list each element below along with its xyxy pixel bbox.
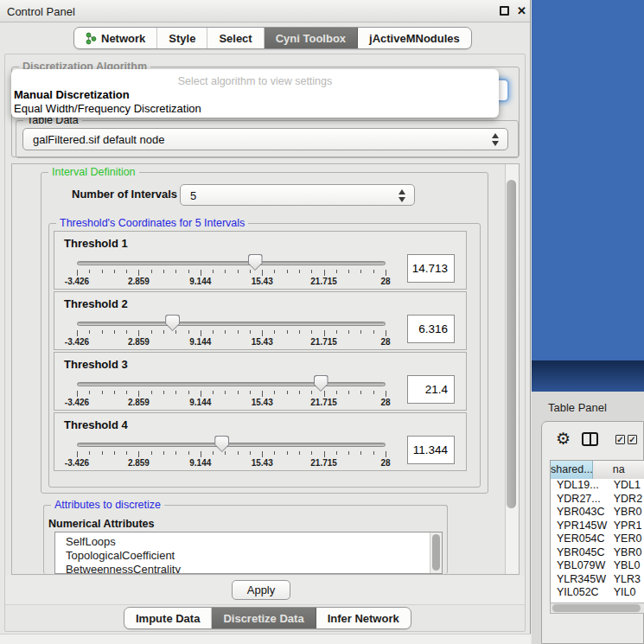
threshold-slider-track[interactable]	[77, 261, 386, 265]
tick-mark	[250, 270, 251, 273]
attribute-item-topologicalcoefficient[interactable]: TopologicalCoefficient	[55, 549, 442, 563]
table-row[interactable]: YBR043CYBR0	[551, 506, 644, 520]
threshold-slider-track[interactable]	[77, 382, 386, 386]
float-panel-icon[interactable]	[500, 6, 509, 16]
tick-mark	[225, 330, 226, 334]
table-cell[interactable]: YDL19...	[551, 479, 608, 493]
tick-mark	[373, 330, 374, 334]
tick-mark	[163, 330, 164, 334]
table-row[interactable]: YPR145WYPR1	[551, 520, 644, 533]
tick-mark	[274, 391, 275, 394]
apply-button[interactable]: Apply	[232, 580, 290, 600]
table-row[interactable]: YDR27...YDR2	[551, 493, 644, 507]
network-frame-bottom-edge	[532, 360, 644, 392]
table-cell[interactable]: YDR2	[608, 493, 644, 507]
attribute-item-betweennesscentrality[interactable]: BetweennessCentrality	[55, 563, 442, 574]
table-row[interactable]: YDL19...YDL1	[551, 479, 644, 493]
tab-network[interactable]: Network	[74, 28, 157, 48]
table-panel-title: Table Panel	[548, 401, 607, 414]
tick-mark	[213, 330, 214, 334]
table-cell[interactable]: YBL0	[608, 559, 644, 573]
tab-style[interactable]: Style	[157, 28, 207, 48]
table-cell[interactable]: YDR27...	[551, 493, 608, 507]
tick-mark	[373, 451, 374, 455]
tick-label: 2.859	[128, 458, 150, 468]
slider-ticks	[77, 450, 386, 458]
tick-mark	[138, 451, 139, 457]
algorithm-option-manual-discretization[interactable]: Manual Discretization	[14, 88, 130, 101]
interval-definition-group-label: Interval Definition	[48, 166, 139, 178]
table-cell[interactable]: YPR1	[608, 520, 644, 533]
table-cell[interactable]: YBR043C	[551, 506, 608, 520]
tick-mark	[102, 391, 103, 394]
table-horizontal-scrollbar[interactable]	[550, 603, 644, 614]
split-columns-icon[interactable]	[582, 432, 598, 446]
tick-mark	[126, 330, 127, 334]
tab-infer-network[interactable]: Infer Network	[316, 608, 411, 628]
tick-label: 9.144	[189, 398, 211, 407]
tick-mark	[311, 451, 312, 455]
spinner-stepper-icon[interactable]	[399, 188, 406, 203]
tick-mark	[213, 391, 214, 394]
tab-jactivemnodules[interactable]: jActiveMNodules	[358, 28, 471, 48]
table-cell[interactable]: YIL052C	[551, 586, 608, 600]
combobox-stepper-icon[interactable]	[492, 132, 500, 147]
table-cell[interactable]: YLR3	[608, 573, 644, 587]
table-cell[interactable]: YER054C	[551, 532, 608, 546]
tick-mark	[225, 391, 226, 394]
tab-label: Discretize Data	[223, 612, 303, 625]
checkbox-icon[interactable]: ✓	[628, 435, 637, 444]
table-data-combobox[interactable]: galFiltered.sif default node	[22, 128, 508, 150]
table-cell[interactable]: YBR0	[608, 546, 644, 560]
table-row[interactable]: YLR345WYLR3	[551, 573, 644, 587]
tick-mark	[114, 391, 115, 394]
table-cell[interactable]: YBR045C	[551, 546, 608, 560]
threshold-slider-track[interactable]	[77, 322, 386, 326]
tick-mark	[373, 391, 374, 394]
table-row[interactable]: YBL079WYBL0	[551, 559, 644, 573]
tick-label: 21.715	[310, 398, 337, 407]
threshold-value-field[interactable]: 21.4	[407, 375, 455, 404]
threshold-slider-track[interactable]	[77, 443, 386, 447]
table-cell[interactable]: YLR345W	[551, 573, 608, 587]
settings-scrollbar-thumb[interactable]	[507, 180, 516, 508]
scrollbar-thumb[interactable]	[432, 534, 440, 571]
tick-label: 15.43	[252, 277, 273, 286]
number-of-intervals-spinner[interactable]: 5	[180, 184, 415, 206]
scrollbar-thumb[interactable]	[552, 604, 641, 612]
threshold-value-field[interactable]: 11.344	[407, 436, 455, 464]
table-cell[interactable]: YER0	[608, 532, 644, 546]
node-attribute-table[interactable]: shared... na YDL19...YDL1YDR27...YDR2YBR…	[550, 460, 644, 603]
threshold-label: Threshold 3	[64, 358, 128, 371]
algorithm-option-equal-width-frequency-discretization[interactable]: Equal Width/Frequency Discretization	[14, 102, 201, 115]
tick-mark	[77, 270, 78, 276]
tick-mark	[373, 270, 374, 273]
table-row[interactable]: YIL052CYIL0	[551, 586, 644, 600]
threshold-value-field[interactable]: 6.316	[407, 315, 455, 343]
tab-discretize-data[interactable]: Discretize Data	[212, 608, 316, 628]
table-cell[interactable]: YIL0	[608, 586, 644, 600]
table-cell[interactable]: YBL079W	[551, 559, 608, 573]
table-row[interactable]: YBR045CYBR0	[551, 546, 644, 560]
gear-icon[interactable]: ⚙	[556, 430, 571, 447]
close-panel-icon[interactable]: ✕	[517, 4, 526, 17]
control-panel: Control Panel ✕ NetworkStyleSelectCyni T…	[0, 0, 531, 644]
threshold-value-field[interactable]: 14.713	[407, 254, 455, 283]
attributes-list-scrollbar[interactable]	[430, 532, 442, 573]
numerical-attributes-list[interactable]: SelfLoopsTopologicalCoefficientBetweenne…	[54, 532, 443, 574]
attribute-item-selfloops[interactable]: SelfLoops	[55, 532, 442, 549]
threshold-label: Threshold 1	[64, 237, 128, 250]
column-header-shared-name[interactable]: shared...	[551, 461, 593, 479]
tick-mark	[238, 391, 239, 394]
column-header-name[interactable]: na	[593, 461, 644, 479]
tick-label: -3.426	[65, 458, 89, 468]
table-cell[interactable]: YDL1	[608, 479, 644, 493]
attributes-group-label: Attributes to discretize	[51, 499, 164, 511]
tab-cyni-toolbox[interactable]: Cyni Toolbox	[265, 28, 358, 48]
checkbox-icon[interactable]: ✓	[615, 435, 625, 444]
table-cell[interactable]: YPR145W	[551, 520, 608, 533]
tab-impute-data[interactable]: Impute Data	[124, 608, 212, 628]
tab-select[interactable]: Select	[207, 28, 264, 48]
table-cell[interactable]: YBR0	[608, 506, 644, 520]
table-row[interactable]: YER054CYER0	[551, 532, 644, 546]
